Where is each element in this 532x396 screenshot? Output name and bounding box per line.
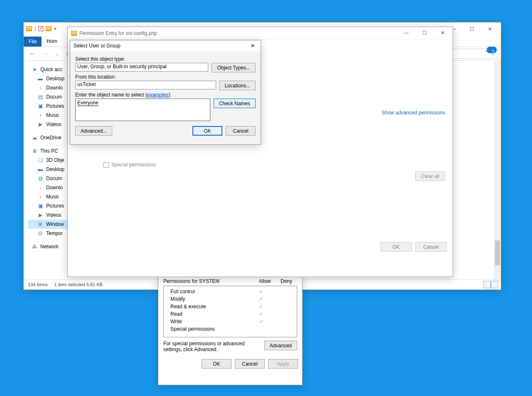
- star-icon: ★: [31, 66, 38, 73]
- check-names-button[interactable]: Check Names: [214, 99, 256, 108]
- music-icon: ♪: [37, 112, 44, 119]
- scrollbar-thumb[interactable]: [495, 240, 500, 265]
- permission-row: Full control✓: [167, 288, 293, 295]
- desktop-icon: ▬: [37, 166, 44, 173]
- from-location-field[interactable]: osTicket: [75, 81, 216, 89]
- permission-name: Write: [167, 319, 250, 324]
- locations-button[interactable]: Locations...: [219, 81, 256, 90]
- cube-icon: ❑: [37, 157, 44, 163]
- cancel-button[interactable]: Cancel: [415, 242, 447, 252]
- document-icon: ▤: [37, 94, 44, 100]
- special-permissions-checkbox[interactable]: [103, 162, 109, 168]
- desktop-icon: ▬: [37, 75, 44, 82]
- ribbon-tab-file[interactable]: File: [24, 37, 42, 47]
- nav-recent-button[interactable]: ⌄: [54, 51, 61, 57]
- permission-name: Special permissions: [167, 326, 250, 332]
- permissions-list[interactable]: Full control✓Modify✓Read & execute✓Read✓…: [163, 286, 297, 337]
- label: Tempor: [46, 230, 63, 236]
- qat-folder-icon[interactable]: [46, 26, 52, 31]
- drive-icon: ⊟: [37, 230, 44, 237]
- allow-check-icon: ✓: [250, 304, 272, 309]
- folder-icon: [26, 26, 32, 31]
- view-details-button[interactable]: [483, 281, 491, 288]
- examples-link[interactable]: examples: [147, 92, 168, 98]
- allow-check-icon: ✓: [250, 319, 272, 324]
- label: Docum: [46, 176, 62, 181]
- label: Videos: [46, 212, 61, 218]
- cancel-button[interactable]: Cancel: [226, 126, 256, 136]
- maximize-button[interactable]: ☐: [415, 28, 433, 38]
- label: Quick acc: [40, 67, 62, 72]
- label: Docum: [46, 94, 62, 100]
- permission-name: Full control: [167, 289, 250, 295]
- advanced-button[interactable]: Advanced: [264, 341, 297, 350]
- clear-all-button[interactable]: Clear all: [415, 171, 445, 181]
- drive-icon: ⊞: [37, 221, 44, 228]
- view-icons-button[interactable]: [491, 281, 498, 288]
- apply-button[interactable]: Apply: [268, 359, 298, 369]
- select-user-or-group-dialog: Select User or Group ✕ Select this objec…: [70, 40, 261, 145]
- label: Network: [40, 244, 59, 250]
- dialog-title: Select User or Group: [74, 43, 121, 49]
- enter-object-name-label: Enter the object name to select (example…: [75, 92, 256, 98]
- permission-name: Read: [167, 311, 250, 317]
- object-name-value: Everyone: [77, 100, 99, 106]
- label: Music: [46, 194, 59, 200]
- advanced-button[interactable]: Advanced...: [75, 126, 112, 136]
- nav-forward-button[interactable]: →: [40, 50, 50, 57]
- status-selection: 1 item selected 5.61 KB: [54, 282, 103, 287]
- document-icon: ▤: [37, 175, 44, 182]
- security-tab-panel: Permissions for SYSTEM Allow Deny Full c…: [158, 275, 303, 385]
- permissions-header: Permissions for SYSTEM Allow Deny: [163, 278, 297, 284]
- permission-row: Read✓: [167, 310, 293, 318]
- pc-icon: 🖥: [31, 148, 38, 154]
- label: OneDrive: [40, 135, 62, 141]
- close-button[interactable]: ✕: [481, 24, 499, 34]
- allow-check-icon: ✓: [250, 311, 272, 317]
- permission-row: Special permissions: [167, 325, 293, 333]
- object-type-field[interactable]: User, Group, or Built-in security princi…: [75, 63, 208, 72]
- network-icon: 🖧: [31, 243, 38, 250]
- ok-button[interactable]: OK: [192, 126, 222, 136]
- col-deny: Deny: [276, 278, 297, 284]
- minimize-button[interactable]: —: [397, 28, 415, 38]
- permission-entry-titlebar[interactable]: Permission Entry for ost-config.php: [68, 27, 453, 40]
- permission-name: Read & execute: [167, 304, 250, 309]
- qat-checkbox-icon[interactable]: ✓: [38, 26, 43, 31]
- permission-row: Write✓: [167, 318, 293, 325]
- label: Desktop: [46, 76, 64, 82]
- permission-row: Read & execute✓: [167, 303, 293, 310]
- from-location-label: From this location:: [75, 74, 256, 80]
- label: Music: [46, 112, 59, 118]
- label: This PC: [40, 148, 58, 154]
- maximize-button[interactable]: ☐: [463, 24, 481, 34]
- label-post: ):: [168, 92, 171, 98]
- scrollbar[interactable]: [494, 62, 501, 281]
- help-icon[interactable]: ?: [487, 47, 497, 53]
- nav-back-button[interactable]: ←: [27, 50, 37, 57]
- label: Downlo: [46, 85, 63, 91]
- label-pre: Enter the object name to select (: [75, 92, 147, 98]
- download-icon: ↓: [37, 84, 44, 91]
- close-button[interactable]: ✕: [246, 41, 259, 50]
- object-name-input[interactable]: Everyone: [75, 99, 210, 121]
- allow-check-icon: ✓: [250, 296, 272, 302]
- permission-name: Modify: [167, 296, 250, 302]
- pictures-icon: ▣: [37, 103, 44, 109]
- label: Downlo: [46, 185, 63, 191]
- special-permissions-label: Special permissions: [111, 162, 156, 168]
- cancel-button[interactable]: Cancel: [235, 359, 265, 369]
- ok-button[interactable]: OK: [380, 242, 412, 252]
- ok-button[interactable]: OK: [202, 359, 232, 369]
- close-button[interactable]: ✕: [433, 28, 452, 38]
- allow-check-icon: ✓: [250, 289, 272, 295]
- ribbon-tab-home[interactable]: Hom: [42, 37, 62, 47]
- video-icon: ▶: [37, 121, 44, 128]
- label: Desktop: [46, 166, 64, 172]
- music-icon: ♪: [37, 193, 44, 200]
- window-title: Permission Entry for ost-config.php: [79, 30, 157, 36]
- object-types-button[interactable]: Object Types...: [212, 63, 256, 72]
- show-advanced-permissions-link[interactable]: Show advanced permissions: [382, 110, 445, 116]
- dialog-titlebar[interactable]: Select User or Group: [70, 40, 261, 51]
- video-icon: ▶: [37, 212, 44, 218]
